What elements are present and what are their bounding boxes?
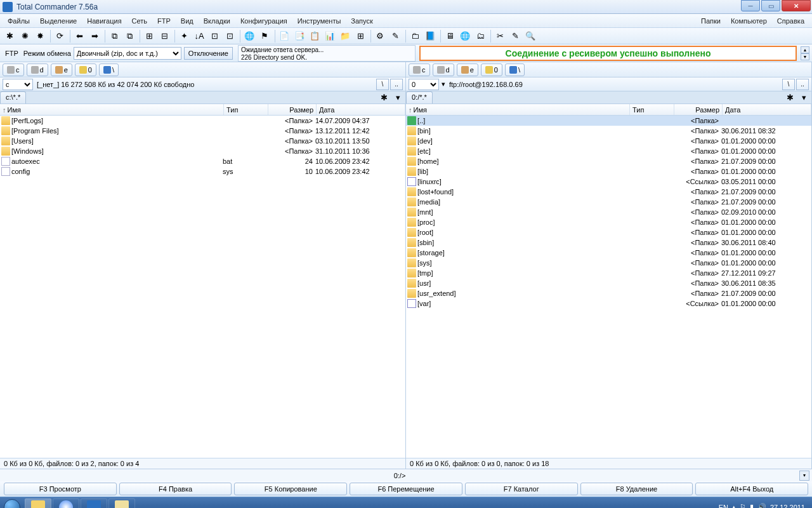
file-row[interactable]: [Program Files]<Папка>13.12.2011 12:42 [0, 126, 405, 136]
menu-выделение[interactable]: Выделение [35, 16, 82, 26]
left-file-list[interactable]: [PerfLogs]<Папка>14.07.2009 04:37[Progra… [0, 116, 405, 458]
toolbar-icon[interactable]: 🗂 [473, 29, 487, 43]
file-row[interactable]: [Users]<Папка>03.10.2011 13:50 [0, 136, 405, 146]
toolbar-icon[interactable]: ⊞ [353, 29, 367, 43]
toolbar-icon[interactable]: 🌐 [458, 29, 472, 43]
task-totalcmd[interactable] [81, 498, 107, 509]
file-row[interactable]: [Windows]<Папка>31.10.2011 10:36 [0, 146, 405, 156]
right-history-icon[interactable]: ▾ [797, 91, 810, 103]
file-row[interactable]: [media]<Папка>21.07.2009 00:00 [406, 197, 811, 207]
file-row[interactable]: [..]<Папка> [406, 116, 811, 126]
file-row[interactable]: autoexecbat2410.06.2009 23:42 [0, 156, 405, 166]
task-explorer[interactable] [25, 498, 51, 509]
file-row[interactable]: [proc]<Папка>01.01.2000 00:00 [406, 217, 811, 227]
toolbar-icon[interactable]: ⊞ [142, 29, 156, 43]
right-favorites-icon[interactable]: ✱ [783, 91, 796, 103]
start-button[interactable] [0, 497, 24, 509]
right-root-button[interactable]: \ [782, 79, 795, 90]
toolbar-icon[interactable]: ⬅ [72, 29, 86, 43]
toolbar-icon[interactable]: 🌐 [242, 29, 256, 43]
col-date[interactable]: Дата [723, 104, 811, 115]
file-row[interactable]: [PerfLogs]<Папка>14.07.2009 04:37 [0, 116, 405, 126]
tray-lang[interactable]: EN [719, 504, 728, 509]
transfer-mode-select[interactable]: Двоичный (zip, doc и т.д.) [74, 47, 181, 60]
file-row[interactable]: [root]<Папка>01.01.2000 00:00 [406, 227, 811, 237]
toolbar-icon[interactable]: ⊟ [157, 29, 171, 43]
toolbar-icon[interactable]: ⧉ [122, 29, 136, 43]
toolbar-icon[interactable]: ✎ [388, 29, 402, 43]
right-tab[interactable]: 0:/*.* [406, 91, 433, 104]
menu-запуск[interactable]: Запуск [346, 16, 377, 26]
menu-файлы[interactable]: Файлы [3, 16, 35, 26]
right-file-list[interactable]: [..]<Папка>[bin]<Папка>30.06.2011 08:32[… [406, 116, 811, 458]
col-type[interactable]: Тип [630, 104, 674, 115]
drive-\[interactable]: \ [99, 64, 119, 76]
file-row[interactable]: [usr_extend]<Папка>21.07.2009 00:00 [406, 288, 811, 298]
toolbar-icon[interactable]: ⚑ [258, 29, 272, 43]
toolbar-icon[interactable]: 📑 [292, 29, 306, 43]
file-row[interactable]: configsys1010.06.2009 23:42 [0, 166, 405, 177]
close-button[interactable]: ✕ [782, 0, 811, 11]
toolbar-icon[interactable]: ✸ [33, 29, 47, 43]
right-up-button[interactable]: .. [796, 79, 809, 90]
right-drive-select[interactable]: 0 [409, 79, 439, 90]
left-root-button[interactable]: \ [376, 79, 389, 90]
minimize-button[interactable]: ─ [741, 0, 760, 11]
tray-battery-icon[interactable]: ▮ [750, 503, 754, 508]
col-type[interactable]: Тип [224, 104, 268, 115]
toolbar-icon[interactable]: ✱ [3, 29, 16, 43]
disconnect-button[interactable]: Отключение [184, 47, 233, 60]
task-paint[interactable] [108, 498, 135, 509]
system-tray[interactable]: EN ▴ ⚐ ▮ 🔊 27.12.2011 [712, 503, 812, 508]
toolbar-icon[interactable]: ✂ [493, 29, 507, 43]
file-row[interactable]: [lib]<Папка>01.01.2000 00:00 [406, 166, 811, 177]
command-prompt[interactable]: 0:/> [266, 472, 533, 479]
drive-d[interactable]: d [27, 64, 48, 76]
menu-вкладки[interactable]: Вкладки [199, 16, 235, 26]
drive-0[interactable]: 0 [75, 64, 96, 76]
menu-папки[interactable]: Папки [696, 16, 726, 26]
col-name[interactable]: Имя [406, 104, 630, 115]
toolbar-icon[interactable]: 🖥 [443, 29, 457, 43]
file-row[interactable]: [dev]<Папка>01.01.2000 00:00 [406, 136, 811, 146]
toolbar-icon[interactable]: 🗀 [408, 29, 422, 43]
file-row[interactable]: [sys]<Папка>01.01.2000 00:00 [406, 258, 811, 268]
toolbar-icon[interactable]: 📊 [323, 29, 337, 43]
toolbar-icon[interactable]: ⧉ [107, 29, 121, 43]
drive-c[interactable]: c [3, 64, 24, 76]
file-row[interactable]: [tmp]<Папка>27.12.2011 09:27 [406, 268, 811, 278]
menu-сеть[interactable]: Сеть [127, 16, 152, 26]
toolbar-icon[interactable]: ↓A [192, 29, 206, 43]
toolbar-icon[interactable]: ⚙ [373, 29, 387, 43]
file-row[interactable]: [lost+found]<Папка>21.07.2009 00:00 [406, 187, 811, 197]
drive-0[interactable]: 0 [481, 64, 502, 76]
altf4-exit-button[interactable]: Alt+F4 Выход [695, 483, 808, 495]
menu-навигация[interactable]: Навигация [82, 16, 126, 26]
f4-edit-button[interactable]: F4 Правка [119, 483, 232, 495]
file-row[interactable]: [etc]<Папка>01.01.2000 00:00 [406, 146, 811, 156]
menu-инструменты[interactable]: Инструменты [292, 16, 346, 26]
banner-spinner[interactable]: ▲▼ [801, 46, 809, 60]
f3-view-button[interactable]: F3 Просмотр [4, 483, 117, 495]
left-tab[interactable]: c:\*.* [0, 91, 26, 104]
left-history-icon[interactable]: ▾ [391, 91, 404, 103]
toolbar-icon[interactable]: 🔍 [523, 29, 537, 43]
col-size[interactable]: Размер [674, 104, 723, 115]
menu-вид[interactable]: Вид [176, 16, 199, 26]
menu-справка[interactable]: Справка [772, 16, 809, 26]
file-row[interactable]: [linuxrc]<Ссылка>03.05.2011 00:00 [406, 177, 811, 187]
col-name[interactable]: Имя [0, 104, 224, 115]
task-chrome[interactable] [53, 498, 79, 509]
col-date[interactable]: Дата [317, 104, 405, 115]
tray-volume-icon[interactable]: 🔊 [757, 503, 766, 508]
left-drive-select[interactable]: c [3, 79, 33, 90]
tray-up-icon[interactable]: ▴ [732, 503, 736, 508]
file-row[interactable]: [bin]<Папка>30.06.2011 08:32 [406, 126, 811, 136]
f5-copy-button[interactable]: F5 Копирование [234, 483, 347, 495]
left-favorites-icon[interactable]: ✱ [377, 91, 390, 103]
toolbar-icon[interactable]: ⟳ [53, 29, 67, 43]
f6-move-button[interactable]: F6 Перемещение [350, 483, 462, 495]
f7-mkdir-button[interactable]: F7 Каталог [465, 483, 578, 495]
toolbar-icon[interactable]: ✦ [177, 29, 191, 43]
toolbar-icon[interactable]: 📋 [308, 29, 322, 43]
